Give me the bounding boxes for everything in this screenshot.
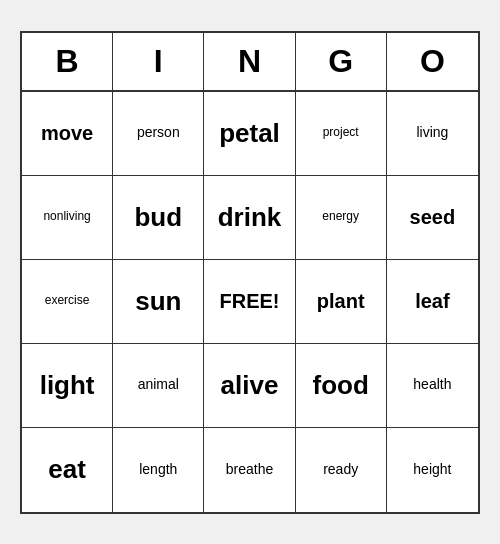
header-letter-g: G (296, 33, 387, 90)
cell-text-16: animal (138, 377, 179, 392)
bingo-cell-1: person (113, 92, 204, 176)
bingo-cell-10: exercise (22, 260, 113, 344)
bingo-cell-13: plant (296, 260, 387, 344)
bingo-cell-24: height (387, 428, 478, 512)
cell-text-8: energy (322, 210, 359, 223)
bingo-cell-16: animal (113, 344, 204, 428)
bingo-cell-22: breathe (204, 428, 295, 512)
bingo-cell-3: project (296, 92, 387, 176)
cell-text-0: move (41, 122, 93, 144)
bingo-cell-17: alive (204, 344, 295, 428)
cell-text-19: health (413, 377, 451, 392)
bingo-cell-8: energy (296, 176, 387, 260)
cell-text-18: food (313, 371, 369, 400)
bingo-cell-19: health (387, 344, 478, 428)
bingo-cell-12: FREE! (204, 260, 295, 344)
bingo-cell-21: length (113, 428, 204, 512)
cell-text-9: seed (410, 206, 456, 228)
bingo-cell-4: living (387, 92, 478, 176)
bingo-cell-20: eat (22, 428, 113, 512)
cell-text-15: light (40, 371, 95, 400)
cell-text-4: living (416, 125, 448, 140)
cell-text-13: plant (317, 290, 365, 312)
cell-text-24: height (413, 462, 451, 477)
bingo-cell-15: light (22, 344, 113, 428)
cell-text-6: bud (134, 203, 182, 232)
bingo-cell-6: bud (113, 176, 204, 260)
cell-text-12: FREE! (219, 290, 279, 312)
cell-text-22: breathe (226, 462, 273, 477)
bingo-cell-0: move (22, 92, 113, 176)
cell-text-5: nonliving (43, 210, 90, 223)
bingo-cell-11: sun (113, 260, 204, 344)
cell-text-7: drink (218, 203, 282, 232)
cell-text-17: alive (221, 371, 279, 400)
cell-text-14: leaf (415, 290, 449, 312)
bingo-cell-9: seed (387, 176, 478, 260)
header-letter-o: O (387, 33, 478, 90)
bingo-cell-2: petal (204, 92, 295, 176)
header-letter-n: N (204, 33, 295, 90)
header-letter-b: B (22, 33, 113, 90)
bingo-cell-23: ready (296, 428, 387, 512)
cell-text-10: exercise (45, 294, 90, 307)
cell-text-1: person (137, 125, 180, 140)
cell-text-11: sun (135, 287, 181, 316)
cell-text-2: petal (219, 119, 280, 148)
cell-text-3: project (323, 126, 359, 139)
bingo-grid: movepersonpetalprojectlivingnonlivingbud… (22, 92, 478, 512)
cell-text-20: eat (48, 455, 86, 484)
bingo-header: BINGO (22, 33, 478, 92)
bingo-card: BINGO movepersonpetalprojectlivingnonliv… (20, 31, 480, 514)
bingo-cell-7: drink (204, 176, 295, 260)
cell-text-21: length (139, 462, 177, 477)
cell-text-23: ready (323, 462, 358, 477)
bingo-cell-18: food (296, 344, 387, 428)
header-letter-i: I (113, 33, 204, 90)
bingo-cell-14: leaf (387, 260, 478, 344)
bingo-cell-5: nonliving (22, 176, 113, 260)
